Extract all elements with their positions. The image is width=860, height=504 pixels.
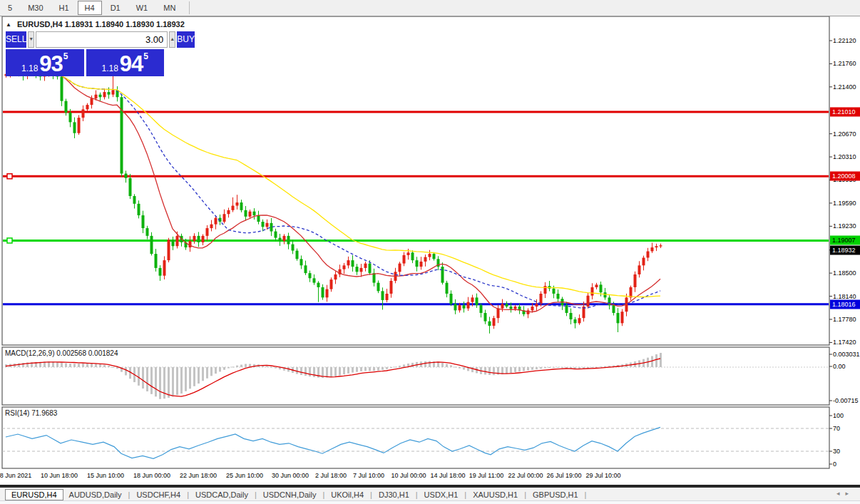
rsi-indicator-label: RSI(14) 71.9683 <box>5 409 57 417</box>
macd-indicator-label: MACD(12,26,9) 0.002568 0.001824 <box>5 349 118 357</box>
chart-tabs-bar: EURUSD,H4AUDUSD,Daily|USDCHF,H4|USDCAD,D… <box>0 486 860 502</box>
buy-price-display[interactable]: 1.18 94 5 <box>86 49 165 76</box>
rsi-axis-tick: 30 <box>833 448 840 455</box>
price-axis-tick: 1.17780 <box>833 316 856 323</box>
price-axis-tick: 1.19590 <box>833 200 856 207</box>
timeframe-button-5[interactable]: 5 <box>1 1 19 15</box>
sell-price-figure: 1.18 <box>21 64 38 73</box>
date-axis-label: 14 Jul 18:00 <box>430 472 465 479</box>
macd-axis-tick: -0.00715 <box>833 397 859 404</box>
collapse-triangle-icon[interactable]: ▲ <box>6 21 11 28</box>
timeframe-button-H1[interactable]: H1 <box>52 1 76 15</box>
date-axis-label: 2 Jul 18:00 <box>315 472 347 479</box>
timeframe-button-H4[interactable]: H4 <box>78 1 102 15</box>
sell-price-pips: 93 <box>39 55 62 73</box>
sell-price-display[interactable]: 1.18 93 5 <box>6 49 84 76</box>
mt4-window: 5M30H1H4D1W1MN ▲ EURUSD,H4 1.18931 1.189… <box>0 0 860 504</box>
price-badge-1.18932: 1.18932 <box>830 246 860 255</box>
buy-button[interactable]: BUY <box>177 31 195 48</box>
buy-price-figure: 1.18 <box>101 64 118 73</box>
window-bottom-edge <box>0 500 860 504</box>
sell-button[interactable]: SELL <box>6 31 26 48</box>
date-axis-label: 22 Jul 00:00 <box>508 472 543 479</box>
spin-up-icon: ▲ <box>170 36 175 41</box>
date-axis-label: 22 Jun 18:00 <box>180 472 217 479</box>
chart-tab-EURUSD-H4[interactable]: EURUSD,H4 <box>5 489 63 500</box>
spin-down-icon: ▼ <box>29 36 34 41</box>
timeframe-toolbar: 5M30H1H4D1W1MN <box>0 0 860 16</box>
chart-tab-USDCHF-H4[interactable]: USDCHF,H4 <box>130 490 186 500</box>
price-axis-tick: 1.17420 <box>833 339 856 346</box>
price-axis-tick: 1.18140 <box>833 293 856 300</box>
date-axis-label: 19 Jul 11:00 <box>469 472 503 479</box>
buy-price-pips: 94 <box>120 55 143 73</box>
date-axis-label: 29 Jul 10:00 <box>585 472 620 479</box>
sell-price-point: 5 <box>63 52 68 61</box>
price-axis-tick: 1.20670 <box>833 130 856 138</box>
price-axis-tick: 1.20310 <box>833 153 856 160</box>
chart-tab-UKOil-H4[interactable]: UKOil,H4 <box>325 490 369 500</box>
chart-tab-USDX-H1[interactable]: USDX,H1 <box>419 490 464 500</box>
tab-scroll-left-icon[interactable]: ◂ <box>836 490 846 497</box>
chart-tab-DJ30-H1[interactable]: DJ30,H1 <box>373 490 415 500</box>
timeframe-button-MN[interactable]: MN <box>156 1 183 15</box>
price-axis-tick: 1.21760 <box>833 60 856 67</box>
price-axis-tick: 1.18500 <box>833 269 856 277</box>
symbol-period-label: EURUSD,H4 <box>17 20 63 29</box>
macd-axis-tick: 0.003031 <box>833 351 860 358</box>
volume-decrease-button[interactable]: ▼ <box>28 31 34 48</box>
rsi-axis-tick: 100 <box>833 412 844 419</box>
tab-scroll-arrows[interactable]: ◂▸ <box>836 490 854 497</box>
timeframe-button-M30[interactable]: M30 <box>21 1 50 15</box>
volume-input[interactable] <box>36 31 168 48</box>
chart-tab-XAUUSD-H1[interactable]: XAUUSD,H1 <box>467 490 523 500</box>
tab-divider: | <box>584 490 588 499</box>
rsi-axis-tick: 70 <box>833 425 840 432</box>
chart-tab-USDCAD-Daily[interactable]: USDCAD,Daily <box>190 490 254 500</box>
date-axis-label: 30 Jun 00:00 <box>272 472 309 479</box>
price-badge-1.21010: 1.21010 <box>830 108 860 117</box>
date-axis-label: 25 Jun 10:00 <box>226 472 263 479</box>
tab-scroll-right-icon[interactable]: ▸ <box>845 490 854 497</box>
date-axis-label: 7 Jul 10:00 <box>353 472 384 479</box>
price-badge-1.20008: 1.20008 <box>830 172 860 181</box>
chart-tab-AUDUSD-Daily[interactable]: AUDUSD,Daily <box>63 490 128 500</box>
price-axis-tick: 1.21400 <box>833 83 856 91</box>
chart-header: ▲ EURUSD,H4 1.18931 1.18940 1.18930 1.18… <box>6 20 185 29</box>
buy-price-point: 5 <box>143 52 148 61</box>
rsi-axis-tick: 0 <box>833 461 836 468</box>
toolbar-separator <box>189 1 190 14</box>
date-axis-label: 15 Jun 10:00 <box>87 472 124 479</box>
macd-axis-tick: 0.00 <box>833 363 846 370</box>
chart-tab-USDCNH-Daily[interactable]: USDCNH,Daily <box>257 490 322 500</box>
price-badge-1.18016: 1.18016 <box>830 299 860 309</box>
timeframe-button-W1[interactable]: W1 <box>129 1 155 15</box>
price-badge-1.19007: 1.19007 <box>830 236 860 245</box>
timeframe-button-D1[interactable]: D1 <box>103 1 128 15</box>
date-axis-label: 18 Jun 00:00 <box>133 472 170 479</box>
price-axis-tick: 1.19230 <box>833 222 856 230</box>
date-axis-label: 10 Jul 00:00 <box>391 472 426 479</box>
quote-ohlc-values: 1.18931 1.18940 1.18930 1.18932 <box>65 20 185 29</box>
date-axis-label: 8 Jun 2021 <box>0 472 31 479</box>
chart-tab-GBPUSD-H1[interactable]: GBPUSD,H1 <box>527 490 584 500</box>
date-axis-label: 10 Jun 18:00 <box>41 472 78 479</box>
date-axis-label: 26 Jul 19:00 <box>546 472 581 479</box>
price-axis-tick: 1.22120 <box>833 37 856 44</box>
volume-increase-button[interactable]: ▲ <box>169 31 175 48</box>
one-click-trading-panel: SELL ▼ ▲ BUY 1.18 93 5 1.18 94 5 <box>6 31 164 76</box>
